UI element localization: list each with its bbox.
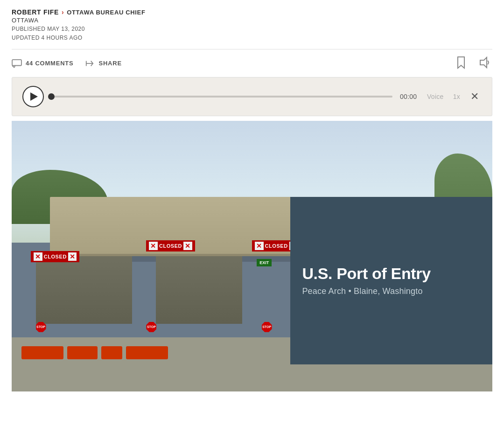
audio-player: 00:00 Voice 1x ✕ [12,77,492,116]
booth-right [156,256,242,324]
x-mark-right-1: ✕ [68,252,77,261]
x-mark-left-2: ✕ [149,242,158,250]
article-image: ✕ CLOSED ✕ ✕ CLOSED ✕ ✕ CLOSED ✕ Nexus ↗… [12,121,492,391]
article-meta: ROBERT FIFE › OTTAWA BUREAU CHIEF OTTAWA… [0,0,504,49]
play-icon [30,92,38,101]
time-display: 00:00 [400,93,420,100]
port-sign: U.S. Port of Entry Peace Arch • Blaine, … [290,197,492,365]
bookmark-icon [456,56,466,69]
author-role: OTTAWA BUREAU CHIEF [67,9,145,16]
audio-icon [478,56,490,69]
audio-button[interactable] [476,55,492,72]
action-bar: 44 COMMENTS SHARE [0,49,504,77]
barrier-row [21,346,204,359]
share-icon [84,59,95,68]
comments-label: 44 COMMENTS [26,60,73,67]
author-line: ROBERT FIFE › OTTAWA BUREAU CHIEF [12,8,492,16]
x-mark-left-1: ✕ [34,252,42,261]
voice-label: Voice [427,93,444,100]
progress-container [51,96,392,98]
author-chevron: › [62,8,64,16]
progress-thumb [48,93,55,100]
action-bar-right [454,54,492,72]
author-name: ROBERT FIFE [12,8,59,16]
port-sign-subtitle: Peace Arch • Blaine, Washingto [302,286,481,296]
x-mark-right-2: ✕ [183,242,192,250]
barrier-2 [67,346,98,359]
article-image-container: ✕ CLOSED ✕ ✕ CLOSED ✕ ✕ CLOSED ✕ Nexus ↗… [12,121,492,391]
x-mark-left-3: ✕ [255,242,264,250]
bookmark-button[interactable] [454,54,468,72]
action-bar-left: 44 COMMENTS SHARE [12,59,122,68]
share-button[interactable]: SHARE [84,59,121,68]
closed-sign-1: ✕ CLOSED ✕ [31,251,79,262]
author-location: OTTAWA [12,17,492,24]
comments-icon [12,59,22,68]
port-sign-title: U.S. Port of Entry [302,265,481,282]
svg-rect-0 [12,60,21,66]
exit-sign: EXIT [257,259,272,266]
booth-left [36,256,132,324]
publish-date: PUBLISHED MAY 13, 2020 [12,25,492,34]
svg-marker-1 [480,57,487,68]
closed-sign-2: ✕ CLOSED ✕ [146,240,195,251]
barrier-3 [101,346,122,359]
comments-button[interactable]: 44 COMMENTS [12,59,73,68]
stop-sign-3: STOP [262,322,272,332]
update-time: UPDATED 4 HOURS AGO [12,34,492,42]
progress-track[interactable] [51,96,392,98]
play-button[interactable] [22,86,44,107]
share-label: SHARE [98,60,121,67]
stop-sign-2: STOP [146,322,156,332]
close-button[interactable]: ✕ [468,91,482,103]
barrier-4 [126,346,168,359]
barrier-1 [21,346,63,359]
speed-label: 1x [453,93,460,100]
